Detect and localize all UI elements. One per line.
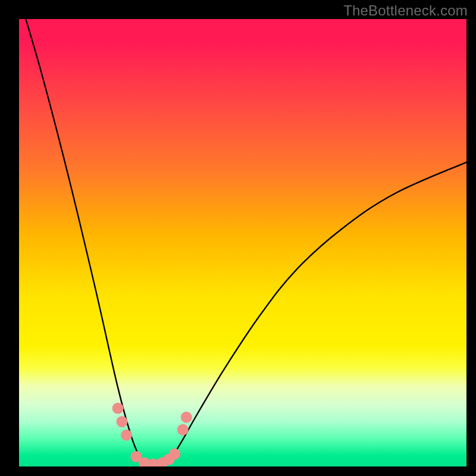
marker-dot bbox=[116, 416, 127, 427]
watermark-text: TheBottleneck.com bbox=[343, 2, 468, 19]
marker-dot bbox=[181, 412, 192, 423]
marker-dot bbox=[112, 403, 124, 414]
marker-dot bbox=[169, 448, 180, 459]
chart-plot-area bbox=[19, 19, 466, 466]
marker-dot bbox=[121, 430, 132, 441]
chart-frame: TheBottleneck.com bbox=[0, 0, 476, 476]
marker-dot bbox=[177, 424, 189, 436]
bottleneck-curve bbox=[19, 19, 466, 466]
chart-svg bbox=[19, 19, 466, 466]
